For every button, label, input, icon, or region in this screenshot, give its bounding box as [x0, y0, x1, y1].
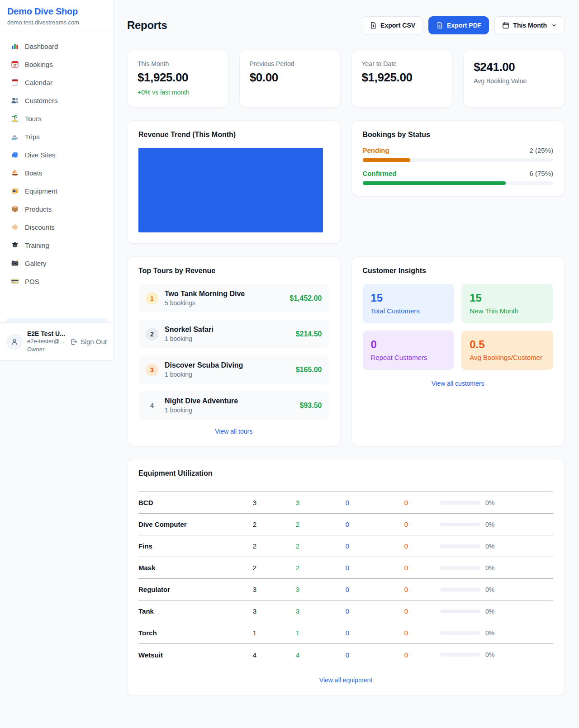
equipment-rented: 0 [323, 651, 372, 659]
sidebar-item-label: Gallery [25, 260, 47, 267]
equipment-table: BCD 3 3 0 0 0% Dive Computer 2 2 0 0 [138, 486, 553, 666]
status-label: Confirmed [363, 170, 397, 177]
equipment-rented: 0 [323, 499, 372, 506]
top-tours-card: Top Tours by Revenue 1 Two Tank Morning … [127, 256, 341, 446]
users-icon [11, 96, 19, 104]
tour-row: 4 Night Dive Adventure 1 booking $93.50 [138, 391, 329, 420]
equipment-rented: 0 [323, 607, 372, 615]
sidebar-item-label: Calendar [25, 79, 52, 86]
person-icon [10, 338, 19, 346]
equipment-maintenance: 0 [372, 499, 440, 506]
insight-tile: 15 New This Month [461, 284, 553, 323]
equipment-total: 3 [237, 499, 273, 506]
equipment-available: 2 [273, 520, 323, 528]
equipment-category: Dive Computer [138, 520, 237, 528]
sidebar-item-reports-partial[interactable] [5, 318, 108, 322]
sidebar: Demo Dive Shop demo.test.divestreams.com… [0, 0, 114, 361]
equipment-category: BCD [138, 499, 237, 506]
sidebar-item-label: Dashboard [25, 43, 58, 50]
period-select[interactable]: This Month [494, 16, 565, 34]
equipment-maintenance: 0 [372, 629, 440, 637]
sidebar-item-products[interactable]: Products [5, 200, 108, 217]
tour-name: Two Tank Morning Dive [165, 290, 283, 298]
sidebar-item-gallery[interactable]: Gallery [5, 255, 108, 272]
sign-out-label: Sign Out [81, 338, 107, 345]
equipment-card: Equipment Utilization BCD 3 3 0 0 0% Div… [127, 459, 565, 696]
status-value: 2 (25%) [529, 147, 553, 154]
utilization-bar [440, 523, 480, 526]
sidebar-item-equipment[interactable]: Equipment [5, 182, 108, 199]
view-all-equipment-link[interactable]: View all equipment [138, 676, 553, 684]
equipment-available: 4 [273, 651, 323, 659]
sidebar-item-label: Dive Sites [25, 151, 56, 159]
equipment-available: 3 [273, 607, 323, 615]
stat-card: Previous Period $0.00 [239, 50, 341, 108]
insight-label: New This Month [470, 307, 545, 315]
utilization-value: 0% [485, 651, 494, 658]
sidebar-item-label: Equipment [25, 187, 57, 195]
insight-tile: 0.5 Avg Bookings/Customer [461, 331, 553, 370]
user-box: E2E Test U... e2e-tester@... Owner Sign … [0, 322, 113, 360]
sidebar-item-trips[interactable]: Trips [5, 128, 108, 145]
sign-out-button[interactable]: Sign Out [70, 338, 107, 345]
equipment-total: 3 [237, 607, 273, 615]
column-header [323, 486, 372, 492]
status-progress-track [363, 158, 554, 162]
sidebar-item-customers[interactable]: Customers [5, 92, 108, 109]
column-header [237, 486, 273, 492]
top-tours-title: Top Tours by Revenue [138, 267, 329, 275]
sidebar-item-boats[interactable]: Boats [5, 164, 108, 181]
camera-icon [11, 259, 19, 267]
page-title: Reports [127, 19, 167, 32]
equipment-category: Regulator [138, 586, 237, 593]
equipment-row: Torch 1 1 0 0 0% [138, 622, 553, 644]
equipment-available: 3 [273, 499, 323, 506]
rank-badge: 2 [146, 328, 158, 340]
customer-insights-title: Customer Insights [363, 267, 554, 275]
status-progress-fill [363, 158, 410, 162]
insight-value: 0.5 [470, 338, 545, 351]
sidebar-item-calendar[interactable]: Calendar [5, 74, 108, 91]
tour-amount: $1,452.00 [290, 294, 322, 303]
utilization-value: 0% [485, 499, 494, 506]
bookings-status-title: Bookings by Status [363, 131, 554, 139]
status-row: Confirmed 6 (75%) [363, 170, 554, 185]
stat-cards: This Month $1,925.00 +0% vs last month P… [127, 50, 565, 108]
sidebar-item-bookings[interactable]: 17 Bookings [5, 56, 108, 73]
sailboat-icon [11, 169, 19, 177]
sidebar-item-tours[interactable]: Tours [5, 110, 108, 127]
utilization-bar [440, 501, 480, 505]
sidebar-item-dive-sites[interactable]: Dive Sites [5, 146, 108, 163]
brand-domain: demo.test.divestreams.com [7, 19, 106, 26]
equipment-category: Torch [138, 629, 237, 637]
tour-amount: $165.00 [296, 366, 322, 374]
equipment-maintenance: 0 [372, 607, 440, 615]
equipment-rented: 0 [323, 542, 372, 550]
equipment-category: Wetsuit [138, 651, 237, 659]
view-all-customers-link[interactable]: View all customers [363, 380, 554, 387]
sidebar-item-training[interactable]: Training [5, 236, 108, 254]
export-csv-button[interactable]: Export CSV [362, 16, 423, 34]
export-csv-label: Export CSV [380, 22, 415, 29]
equipment-available: 2 [273, 542, 323, 550]
status-row: Pending 2 (25%) [363, 147, 554, 162]
equipment-maintenance: 0 [372, 520, 440, 528]
calendar-pad-icon [11, 78, 19, 86]
chevron-down-icon [551, 23, 557, 28]
sidebar-item-label: Training [25, 241, 49, 249]
insight-tile: 0 Repeat Customers [363, 331, 455, 370]
utilization-value: 0% [485, 586, 494, 593]
sidebar-item-discounts[interactable]: Discounts [5, 218, 108, 236]
user-role: Owner [27, 345, 66, 354]
sidebar-item-pos[interactable]: POS [5, 273, 108, 290]
brand: Demo Dive Shop demo.test.divestreams.com [0, 0, 113, 32]
equipment-category: Mask [138, 564, 237, 572]
calendar-icon [502, 22, 509, 29]
status-label: Pending [363, 147, 389, 154]
view-all-tours-link[interactable]: View all tours [138, 428, 329, 435]
main-content: Reports Export CSV Export PDF This Month… [114, 0, 579, 714]
sidebar-item-dashboard[interactable]: Dashboard [5, 38, 108, 55]
tour-bookings: 1 booking [165, 335, 290, 342]
export-pdf-button[interactable]: Export PDF [428, 16, 489, 34]
equipment-total: 3 [237, 586, 273, 593]
